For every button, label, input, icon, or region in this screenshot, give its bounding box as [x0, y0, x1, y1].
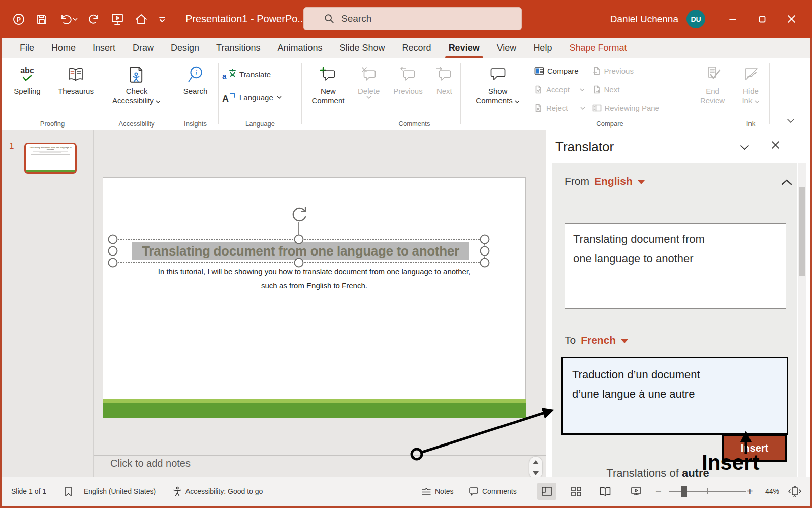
pane-close-icon[interactable] — [771, 139, 780, 152]
spelling-button[interactable]: abc Spelling — [4, 58, 50, 96]
translated-text-box[interactable]: Traduction d’un document d’une langue à … — [561, 357, 788, 435]
from-language-dropdown-icon[interactable] — [638, 180, 645, 184]
tab-slide-show[interactable]: Slide Show — [331, 38, 394, 58]
show-comments-icon — [490, 63, 506, 86]
source-text-box[interactable]: Translating document from one language t… — [565, 223, 786, 309]
tab-record[interactable]: Record — [394, 38, 440, 58]
group-language: a Translate A Language Language — [219, 58, 301, 130]
slide-indicator[interactable]: Slide 1 of 1 — [11, 477, 46, 505]
slide-thumbnail[interactable]: Translating document from one language t… — [24, 143, 77, 174]
chevron-down-icon — [755, 100, 760, 103]
smart-search-button[interactable]: i Search — [172, 58, 218, 96]
slide-body-line2[interactable]: such as from English to French. — [103, 281, 526, 290]
search-box[interactable]: Search — [303, 7, 522, 30]
redo-icon[interactable] — [88, 13, 100, 25]
tab-design[interactable]: Design — [162, 38, 208, 58]
notes-placeholder[interactable]: Click to add notes — [110, 458, 191, 469]
slide-divider-line — [141, 319, 474, 319]
reviewing-pane-icon — [592, 104, 602, 112]
qat-customize-icon[interactable] — [158, 16, 166, 23]
slide-canvas[interactable] — [103, 177, 526, 418]
save-icon[interactable] — [36, 13, 48, 25]
chevron-down-icon — [366, 96, 371, 99]
zoom-out-icon[interactable]: − — [655, 477, 662, 505]
check-accessibility-button[interactable]: Check Accessibility — [101, 58, 172, 105]
selection-handle-top-right[interactable] — [480, 235, 490, 244]
titlebar: P Presentation1 - PowerPo... — [0, 0, 812, 38]
pane-scrollbar-thumb[interactable] — [799, 187, 805, 276]
selection-handle-bottom-right[interactable] — [480, 258, 490, 268]
translate-button[interactable]: a Translate — [219, 66, 301, 83]
group-end-review: End Review — [693, 58, 732, 130]
tab-view[interactable]: View — [488, 38, 525, 58]
pane-chevron-down-icon[interactable] — [740, 143, 749, 152]
selection-handle-bottom-left[interactable] — [108, 258, 118, 268]
notes-icon — [421, 487, 431, 496]
comments-toggle[interactable]: Comments — [469, 477, 517, 505]
tab-shape-format[interactable]: Shape Format — [560, 38, 635, 58]
pane-scroll-up-icon[interactable] — [781, 178, 792, 187]
tab-review[interactable]: Review — [440, 38, 488, 58]
svg-text:a: a — [222, 72, 227, 80]
thesaurus-button[interactable]: Thesaurus — [52, 58, 99, 96]
undo-button[interactable] — [58, 13, 78, 25]
minimize-button[interactable] — [718, 0, 747, 38]
reading-view-button[interactable] — [596, 483, 615, 500]
search-placeholder: Search — [341, 13, 371, 24]
group-ink: Hide Ink Ink — [732, 58, 769, 130]
close-button[interactable] — [777, 0, 806, 38]
tab-draw[interactable]: Draw — [124, 38, 162, 58]
tab-file[interactable]: File — [11, 38, 43, 58]
zoom-slider-tick — [707, 488, 708, 494]
language-status[interactable]: English (United States) — [84, 477, 156, 505]
tab-help[interactable]: Help — [525, 38, 560, 58]
end-review-icon — [704, 63, 722, 86]
thumbnail-title-text: Translating document from one language t… — [26, 146, 75, 151]
slide-title[interactable]: Translating document from one language t… — [132, 242, 469, 260]
thumbnail-green-bar — [26, 170, 75, 172]
maximize-button[interactable] — [747, 0, 777, 38]
new-comment-button[interactable]: New Comment — [306, 58, 350, 105]
notes-toggle[interactable]: Notes — [421, 477, 454, 505]
slideshow-view-button[interactable] — [627, 483, 646, 500]
normal-view-button[interactable] — [537, 483, 556, 500]
selection-handle-top-center[interactable] — [294, 235, 304, 244]
language-button[interactable]: A Language — [219, 89, 301, 106]
selection-handle-middle-left[interactable] — [108, 246, 118, 256]
previous-slide-icon[interactable] — [533, 460, 539, 464]
proofing-status-icon[interactable] — [64, 477, 73, 505]
selection-handle-top-left[interactable] — [108, 235, 118, 244]
avatar[interactable]: DU — [686, 10, 705, 28]
tab-transitions[interactable]: Transitions — [208, 38, 269, 58]
selection-handle-middle-right[interactable] — [480, 246, 490, 256]
slide-sorter-view-button[interactable] — [567, 483, 586, 500]
tab-insert[interactable]: Insert — [84, 38, 124, 58]
zoom-level[interactable]: 44% — [765, 477, 779, 505]
zoom-in-icon[interactable]: + — [747, 477, 753, 505]
to-language-selector[interactable]: French — [581, 334, 616, 346]
chevron-down-icon — [156, 100, 161, 103]
tab-home[interactable]: Home — [43, 38, 84, 58]
hide-ink-button: Hide Ink — [732, 58, 769, 105]
to-language-dropdown-icon[interactable] — [621, 339, 628, 343]
svg-text:i: i — [195, 69, 197, 77]
compare-button[interactable]: Compare — [534, 61, 585, 80]
from-label: From — [565, 175, 589, 187]
fit-slide-to-window-icon[interactable] — [788, 477, 801, 505]
show-comments-button[interactable]: Show Comments — [469, 58, 527, 105]
selection-handle-bottom-center[interactable] — [294, 258, 304, 268]
tab-animations[interactable]: Animations — [269, 38, 331, 58]
notes-pane-divider[interactable] — [94, 455, 546, 456]
ribbon-collapse-icon[interactable] — [787, 116, 795, 125]
home-icon[interactable] — [135, 13, 148, 26]
slide-body-line1[interactable]: In this tutorial, I will be showing you … — [103, 267, 526, 276]
accessibility-status[interactable]: Accessibility: Good to go — [185, 477, 263, 505]
hide-ink-icon — [742, 63, 760, 86]
start-slideshow-icon[interactable] — [111, 13, 124, 26]
from-language-selector[interactable]: English — [594, 175, 633, 187]
next-slide-icon[interactable] — [533, 471, 539, 475]
slide-scroll-buttons[interactable] — [529, 457, 542, 479]
user-name[interactable]: Daniel Uchenna — [610, 14, 678, 25]
zoom-slider-thumb[interactable] — [681, 486, 687, 497]
pane-title: Translator — [555, 139, 614, 155]
